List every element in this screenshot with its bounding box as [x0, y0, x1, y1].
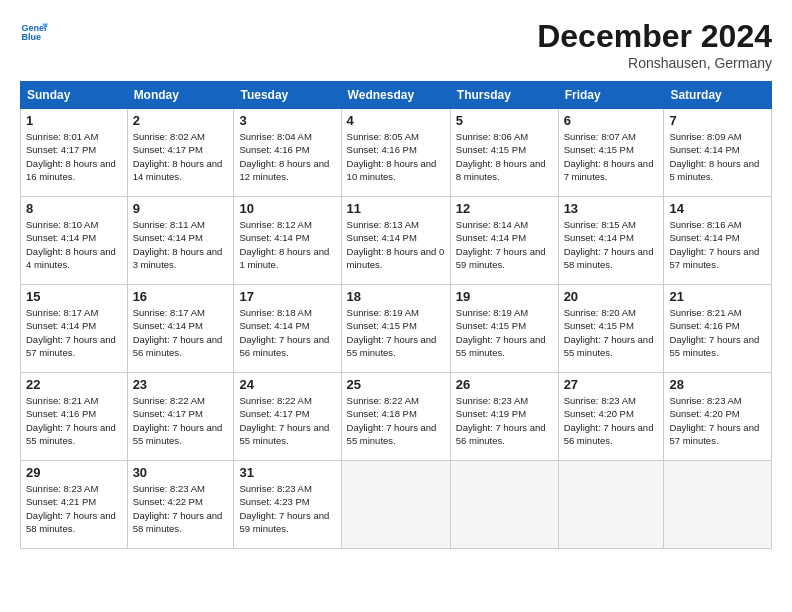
day-info: Sunrise: 8:04 AMSunset: 4:16 PMDaylight:…	[239, 131, 329, 182]
empty-cell	[664, 461, 772, 549]
day-number: 7	[669, 113, 766, 128]
day-info: Sunrise: 8:23 AMSunset: 4:22 PMDaylight:…	[133, 483, 223, 534]
day-cell: 10 Sunrise: 8:12 AMSunset: 4:14 PMDaylig…	[234, 197, 341, 285]
day-cell: 29 Sunrise: 8:23 AMSunset: 4:21 PMDaylig…	[21, 461, 128, 549]
day-cell: 20 Sunrise: 8:20 AMSunset: 4:15 PMDaylig…	[558, 285, 664, 373]
day-number: 14	[669, 201, 766, 216]
table-row: 29 Sunrise: 8:23 AMSunset: 4:21 PMDaylig…	[21, 461, 772, 549]
day-info: Sunrise: 8:13 AMSunset: 4:14 PMDaylight:…	[347, 219, 445, 270]
col-monday: Monday	[127, 82, 234, 109]
day-number: 26	[456, 377, 553, 392]
day-cell: 24 Sunrise: 8:22 AMSunset: 4:17 PMDaylig…	[234, 373, 341, 461]
day-number: 28	[669, 377, 766, 392]
day-number: 6	[564, 113, 659, 128]
day-number: 2	[133, 113, 229, 128]
day-number: 1	[26, 113, 122, 128]
day-number: 13	[564, 201, 659, 216]
day-cell: 18 Sunrise: 8:19 AMSunset: 4:15 PMDaylig…	[341, 285, 450, 373]
title-block: December 2024 Ronshausen, Germany	[537, 18, 772, 71]
day-cell: 4 Sunrise: 8:05 AMSunset: 4:16 PMDayligh…	[341, 109, 450, 197]
day-cell: 5 Sunrise: 8:06 AMSunset: 4:15 PMDayligh…	[450, 109, 558, 197]
day-cell: 16 Sunrise: 8:17 AMSunset: 4:14 PMDaylig…	[127, 285, 234, 373]
day-number: 17	[239, 289, 335, 304]
day-cell: 1 Sunrise: 8:01 AMSunset: 4:17 PMDayligh…	[21, 109, 128, 197]
col-saturday: Saturday	[664, 82, 772, 109]
day-info: Sunrise: 8:20 AMSunset: 4:15 PMDaylight:…	[564, 307, 654, 358]
day-cell: 14 Sunrise: 8:16 AMSunset: 4:14 PMDaylig…	[664, 197, 772, 285]
day-info: Sunrise: 8:22 AMSunset: 4:17 PMDaylight:…	[133, 395, 223, 446]
day-info: Sunrise: 8:21 AMSunset: 4:16 PMDaylight:…	[669, 307, 759, 358]
day-info: Sunrise: 8:19 AMSunset: 4:15 PMDaylight:…	[456, 307, 546, 358]
day-info: Sunrise: 8:15 AMSunset: 4:14 PMDaylight:…	[564, 219, 654, 270]
day-info: Sunrise: 8:05 AMSunset: 4:16 PMDaylight:…	[347, 131, 437, 182]
day-cell: 13 Sunrise: 8:15 AMSunset: 4:14 PMDaylig…	[558, 197, 664, 285]
day-number: 15	[26, 289, 122, 304]
day-number: 29	[26, 465, 122, 480]
table-row: 8 Sunrise: 8:10 AMSunset: 4:14 PMDayligh…	[21, 197, 772, 285]
day-number: 20	[564, 289, 659, 304]
day-cell: 7 Sunrise: 8:09 AMSunset: 4:14 PMDayligh…	[664, 109, 772, 197]
calendar-header-row: Sunday Monday Tuesday Wednesday Thursday…	[21, 82, 772, 109]
day-number: 8	[26, 201, 122, 216]
day-cell: 2 Sunrise: 8:02 AMSunset: 4:17 PMDayligh…	[127, 109, 234, 197]
day-cell: 30 Sunrise: 8:23 AMSunset: 4:22 PMDaylig…	[127, 461, 234, 549]
day-cell: 3 Sunrise: 8:04 AMSunset: 4:16 PMDayligh…	[234, 109, 341, 197]
day-info: Sunrise: 8:17 AMSunset: 4:14 PMDaylight:…	[133, 307, 223, 358]
day-number: 24	[239, 377, 335, 392]
day-number: 11	[347, 201, 445, 216]
day-info: Sunrise: 8:23 AMSunset: 4:20 PMDaylight:…	[669, 395, 759, 446]
day-number: 16	[133, 289, 229, 304]
logo: General Blue	[20, 18, 48, 46]
day-cell: 17 Sunrise: 8:18 AMSunset: 4:14 PMDaylig…	[234, 285, 341, 373]
day-number: 9	[133, 201, 229, 216]
day-info: Sunrise: 8:22 AMSunset: 4:17 PMDaylight:…	[239, 395, 329, 446]
day-cell: 28 Sunrise: 8:23 AMSunset: 4:20 PMDaylig…	[664, 373, 772, 461]
day-number: 5	[456, 113, 553, 128]
day-info: Sunrise: 8:06 AMSunset: 4:15 PMDaylight:…	[456, 131, 546, 182]
day-number: 25	[347, 377, 445, 392]
day-info: Sunrise: 8:14 AMSunset: 4:14 PMDaylight:…	[456, 219, 546, 270]
day-number: 30	[133, 465, 229, 480]
day-number: 21	[669, 289, 766, 304]
day-cell: 19 Sunrise: 8:19 AMSunset: 4:15 PMDaylig…	[450, 285, 558, 373]
location: Ronshausen, Germany	[537, 55, 772, 71]
col-wednesday: Wednesday	[341, 82, 450, 109]
empty-cell	[450, 461, 558, 549]
day-info: Sunrise: 8:17 AMSunset: 4:14 PMDaylight:…	[26, 307, 116, 358]
day-info: Sunrise: 8:11 AMSunset: 4:14 PMDaylight:…	[133, 219, 223, 270]
table-row: 22 Sunrise: 8:21 AMSunset: 4:16 PMDaylig…	[21, 373, 772, 461]
day-cell: 27 Sunrise: 8:23 AMSunset: 4:20 PMDaylig…	[558, 373, 664, 461]
logo-icon: General Blue	[20, 18, 48, 46]
day-info: Sunrise: 8:18 AMSunset: 4:14 PMDaylight:…	[239, 307, 329, 358]
calendar-table: Sunday Monday Tuesday Wednesday Thursday…	[20, 81, 772, 549]
day-number: 19	[456, 289, 553, 304]
empty-cell	[558, 461, 664, 549]
day-info: Sunrise: 8:09 AMSunset: 4:14 PMDaylight:…	[669, 131, 759, 182]
day-cell: 6 Sunrise: 8:07 AMSunset: 4:15 PMDayligh…	[558, 109, 664, 197]
day-cell: 31 Sunrise: 8:23 AMSunset: 4:23 PMDaylig…	[234, 461, 341, 549]
table-row: 15 Sunrise: 8:17 AMSunset: 4:14 PMDaylig…	[21, 285, 772, 373]
day-number: 10	[239, 201, 335, 216]
day-number: 27	[564, 377, 659, 392]
col-thursday: Thursday	[450, 82, 558, 109]
day-cell: 21 Sunrise: 8:21 AMSunset: 4:16 PMDaylig…	[664, 285, 772, 373]
day-number: 23	[133, 377, 229, 392]
col-sunday: Sunday	[21, 82, 128, 109]
day-cell: 9 Sunrise: 8:11 AMSunset: 4:14 PMDayligh…	[127, 197, 234, 285]
header: General Blue December 2024 Ronshausen, G…	[20, 18, 772, 71]
page: General Blue December 2024 Ronshausen, G…	[0, 0, 792, 612]
day-number: 12	[456, 201, 553, 216]
day-info: Sunrise: 8:21 AMSunset: 4:16 PMDaylight:…	[26, 395, 116, 446]
col-friday: Friday	[558, 82, 664, 109]
empty-cell	[341, 461, 450, 549]
month-title: December 2024	[537, 18, 772, 55]
day-number: 31	[239, 465, 335, 480]
day-number: 18	[347, 289, 445, 304]
day-info: Sunrise: 8:02 AMSunset: 4:17 PMDaylight:…	[133, 131, 223, 182]
day-cell: 26 Sunrise: 8:23 AMSunset: 4:19 PMDaylig…	[450, 373, 558, 461]
day-cell: 22 Sunrise: 8:21 AMSunset: 4:16 PMDaylig…	[21, 373, 128, 461]
day-info: Sunrise: 8:07 AMSunset: 4:15 PMDaylight:…	[564, 131, 654, 182]
day-number: 3	[239, 113, 335, 128]
table-row: 1 Sunrise: 8:01 AMSunset: 4:17 PMDayligh…	[21, 109, 772, 197]
day-cell: 12 Sunrise: 8:14 AMSunset: 4:14 PMDaylig…	[450, 197, 558, 285]
